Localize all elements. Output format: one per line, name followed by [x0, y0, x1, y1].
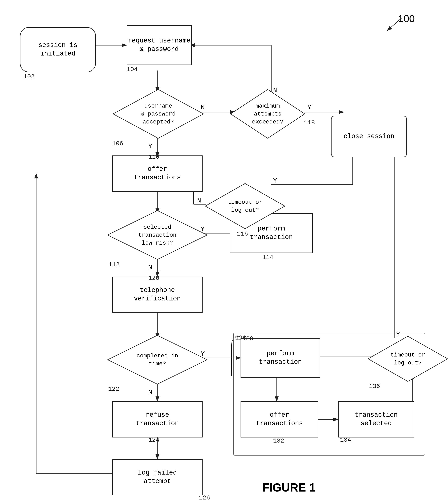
- node-request-username: request username & password: [127, 25, 192, 65]
- svg-text:N: N: [148, 264, 152, 271]
- num-118: 118: [304, 119, 315, 126]
- num-124: 124: [148, 437, 159, 443]
- num-116: 116: [237, 231, 248, 237]
- node-password-accepted: username & password accepted?: [112, 89, 204, 139]
- node-completed-in-time: completed in time?: [107, 334, 208, 385]
- node-transaction-selected: transaction selected: [338, 401, 414, 437]
- flowchart-diagram: N N Y Y Y N Y N Y: [0, 0, 448, 504]
- node-refuse-transaction: refuse transaction: [112, 401, 203, 437]
- num-112: 112: [109, 261, 120, 268]
- svg-text:Y: Y: [307, 104, 311, 111]
- node-timeout-116: timeout or log out?: [204, 182, 286, 230]
- num-102: 102: [23, 73, 35, 80]
- node-max-attempts: maximum attempts exceeded?: [230, 89, 306, 139]
- num-106: 106: [112, 140, 123, 147]
- node-timeout-136: timeout or log out?: [367, 335, 448, 382]
- svg-text:N: N: [148, 389, 152, 396]
- svg-text:N: N: [197, 197, 201, 204]
- num-120: 120: [148, 275, 159, 282]
- node-close-session: close session: [331, 116, 407, 157]
- node-low-risk: selected transaction low-risk?: [107, 210, 208, 260]
- svg-line-48: [387, 18, 402, 31]
- node-log-failed-attempt: log failed attempt: [112, 459, 203, 495]
- node-offer-transactions-top: offer transactions: [112, 156, 203, 192]
- svg-text:Y: Y: [148, 143, 152, 150]
- num-114: 114: [262, 254, 273, 261]
- num-136: 136: [369, 383, 380, 390]
- num-134: 134: [340, 437, 351, 443]
- node-offer-transactions-bottom: offer transactions: [241, 401, 318, 437]
- num-126: 126: [199, 494, 210, 501]
- ref-arrow: [383, 16, 405, 34]
- ref-100: 100: [398, 13, 415, 24]
- node-telephone-verification: telephone verification: [112, 277, 203, 313]
- node-session-initiated: session is initiated: [20, 27, 96, 72]
- num-110: 110: [148, 154, 159, 161]
- num-132: 132: [273, 437, 284, 444]
- num-104: 104: [127, 66, 138, 73]
- figure-label: FIGURE 1: [262, 481, 316, 494]
- num-122: 122: [108, 386, 119, 393]
